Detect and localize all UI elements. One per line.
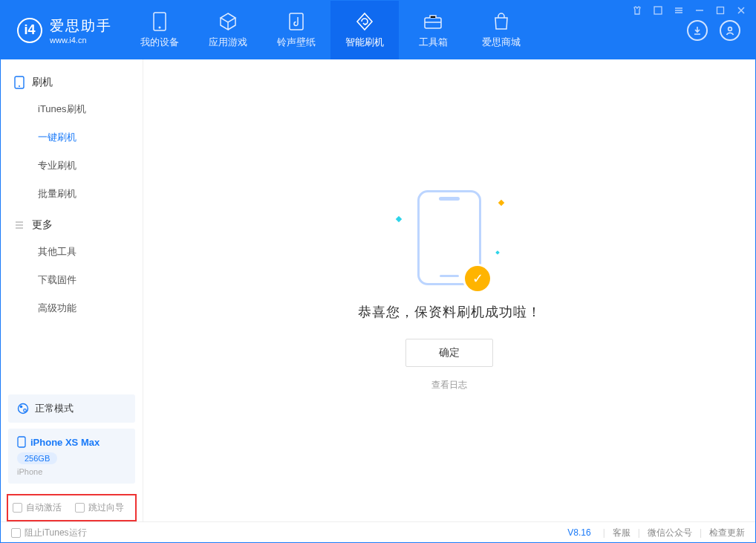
- app-logo: i4 爱思助手 www.i4.cn: [1, 1, 126, 59]
- sidebar-item-other-tools[interactable]: 其他工具: [1, 238, 143, 266]
- group-label: 刷机: [32, 76, 53, 89]
- checkbox-skip-guide[interactable]: 跳过向导: [75, 501, 124, 514]
- separator: |: [603, 527, 605, 538]
- footer-link-update[interactable]: 检查更新: [709, 527, 745, 539]
- toolbox-icon: [423, 12, 443, 31]
- tab-store[interactable]: 爱思商城: [467, 1, 535, 59]
- music-icon: [287, 12, 306, 31]
- mode-icon: [17, 403, 29, 414]
- tab-label: 应用游戏: [209, 36, 247, 49]
- success-message: 恭喜您，保资料刷机成功啦！: [358, 303, 541, 321]
- maximize-button[interactable]: [714, 4, 726, 16]
- minimize-button[interactable]: [694, 4, 706, 16]
- check-badge-icon: ✓: [465, 266, 490, 291]
- download-button[interactable]: [687, 20, 708, 41]
- sidebar-group-more: 更多: [1, 212, 143, 238]
- svg-point-1: [159, 26, 161, 28]
- separator: |: [700, 527, 702, 538]
- checkbox-auto-activate[interactable]: 自动激活: [13, 501, 62, 514]
- separator: |: [638, 527, 640, 538]
- window-icon[interactable]: [652, 4, 664, 16]
- checkbox-block-itunes[interactable]: 阻止iTunes运行: [11, 527, 87, 539]
- device-name-row: iPhone XS Max: [17, 436, 126, 448]
- svg-rect-2: [290, 13, 303, 30]
- brand-name: 爱思助手: [50, 16, 112, 36]
- window-controls: [631, 4, 747, 16]
- phone-icon: [150, 12, 169, 31]
- sidebar-item-advanced[interactable]: 高级功能: [1, 294, 143, 322]
- header: i4 爱思助手 www.i4.cn 我的设备 应用游戏 铃声壁纸 智能刷机 工具…: [1, 1, 755, 59]
- tab-label: 我的设备: [140, 36, 179, 49]
- tab-label: 智能刷机: [345, 36, 384, 49]
- mode-label: 正常模式: [35, 402, 74, 415]
- refresh-icon: [355, 12, 374, 31]
- device-type: iPhone: [17, 467, 126, 476]
- body: 刷机 iTunes刷机 一键刷机 专业刷机 批量刷机 更多 其他工具 下载固件 …: [1, 59, 755, 521]
- svg-rect-6: [717, 7, 724, 14]
- tab-label: 铃声壁纸: [277, 36, 316, 49]
- footer: 阻止iTunes运行 V8.16 | 客服 | 微信公众号 | 检查更新: [1, 521, 755, 543]
- checkbox-label: 跳过向导: [88, 501, 124, 514]
- svg-rect-5: [654, 7, 662, 14]
- svg-point-9: [19, 404, 28, 414]
- success-illustration: ✓: [416, 190, 483, 287]
- mode-card[interactable]: 正常模式: [8, 394, 135, 423]
- checkbox-label: 自动激活: [26, 501, 62, 514]
- ok-button[interactable]: 确定: [405, 339, 493, 367]
- checkbox-icon: [75, 503, 85, 513]
- tab-my-device[interactable]: 我的设备: [126, 1, 194, 59]
- footer-link-wechat[interactable]: 微信公众号: [648, 527, 692, 539]
- sidebar-item-itunes-flash[interactable]: iTunes刷机: [1, 95, 143, 123]
- menu-icon[interactable]: [673, 4, 685, 16]
- header-tabs: 我的设备 应用游戏 铃声壁纸 智能刷机 工具箱 爱思商城: [126, 1, 687, 59]
- view-log-link[interactable]: 查看日志: [431, 379, 467, 391]
- svg-point-11: [24, 409, 27, 412]
- tab-label: 爱思商城: [482, 36, 521, 49]
- sidebar-item-oneclick-flash[interactable]: 一键刷机: [1, 123, 143, 152]
- phone-icon: [17, 436, 26, 448]
- device-icon: [14, 76, 25, 89]
- footer-right: V8.16 | 客服 | 微信公众号 | 检查更新: [567, 527, 745, 539]
- sidebar: 刷机 iTunes刷机 一键刷机 专业刷机 批量刷机 更多 其他工具 下载固件 …: [1, 59, 143, 521]
- cube-icon: [218, 12, 238, 31]
- sparkle-icon: [498, 199, 504, 205]
- tab-apps-games[interactable]: 应用游戏: [194, 1, 262, 59]
- device-capacity: 256GB: [17, 452, 57, 464]
- logo-mark-icon: i4: [17, 18, 42, 43]
- list-icon: [14, 220, 25, 230]
- checkbox-label: 阻止iTunes运行: [25, 527, 87, 539]
- svg-point-4: [729, 27, 732, 30]
- svg-point-10: [20, 406, 23, 409]
- version-label: V8.16: [567, 527, 590, 538]
- checkbox-icon: [11, 528, 21, 538]
- sidebar-item-batch-flash[interactable]: 批量刷机: [1, 180, 143, 208]
- sidebar-group-flash: 刷机: [1, 70, 143, 95]
- user-button[interactable]: [720, 20, 740, 41]
- tab-ringtones[interactable]: 铃声壁纸: [262, 1, 330, 59]
- logo-text: 爱思助手 www.i4.cn: [50, 16, 112, 45]
- sidebar-item-pro-flash[interactable]: 专业刷机: [1, 152, 143, 180]
- device-name: iPhone XS Max: [30, 437, 100, 448]
- bag-icon: [492, 12, 511, 31]
- footer-link-support[interactable]: 客服: [613, 527, 630, 539]
- sidebar-item-download-firmware[interactable]: 下载固件: [1, 266, 143, 294]
- checkbox-row-highlighted: 自动激活 跳过向导: [7, 494, 137, 521]
- sparkle-icon: [495, 250, 500, 255]
- sparkle-icon: [396, 215, 402, 221]
- tab-toolbox[interactable]: 工具箱: [399, 1, 467, 59]
- main-content: ✓ 恭喜您，保资料刷机成功啦！ 确定 查看日志: [143, 59, 755, 521]
- svg-rect-12: [18, 437, 25, 447]
- svg-point-8: [19, 85, 20, 87]
- group-label: 更多: [32, 218, 53, 232]
- svg-rect-3: [425, 18, 441, 28]
- tab-label: 工具箱: [419, 36, 448, 49]
- device-card[interactable]: iPhone XS Max 256GB iPhone: [8, 429, 135, 484]
- checkbox-icon: [13, 503, 22, 513]
- brand-url: www.i4.cn: [50, 36, 112, 45]
- tab-smart-flash[interactable]: 智能刷机: [330, 1, 399, 59]
- close-button[interactable]: [735, 4, 747, 16]
- shirt-icon[interactable]: [631, 4, 643, 16]
